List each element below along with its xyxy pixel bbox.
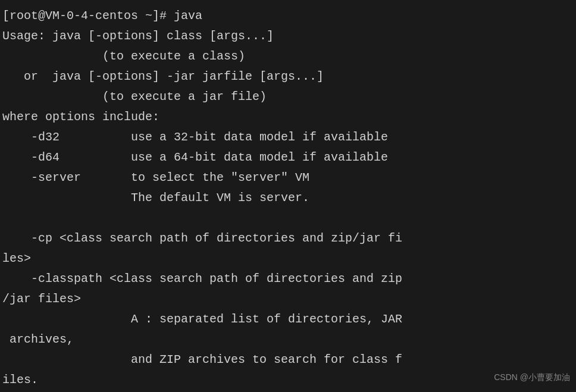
terminal-output: [root@VM-0-4-centos ~]# java Usage: java… [2, 6, 574, 392]
terminal-window: [root@VM-0-4-centos ~]# java Usage: java… [0, 0, 576, 392]
watermark: CSDN @小曹要加油 [494, 371, 570, 385]
